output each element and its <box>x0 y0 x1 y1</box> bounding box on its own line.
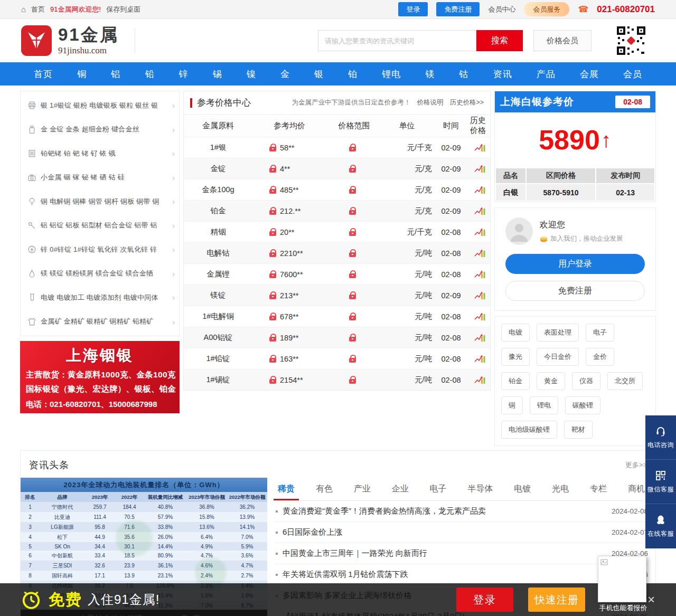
news-tab-电子[interactable]: 电子 <box>429 478 448 500</box>
history-chart-icon[interactable] <box>474 185 486 194</box>
nav-item-2[interactable]: 铝 <box>111 68 120 80</box>
save-desktop-link[interactable]: 保存到桌面 <box>106 5 140 14</box>
ad-banner[interactable]: 上海铟银 主营散货：黄金原料1000克、金条100克 国标银锭（豫光、宏达牌）、… <box>20 341 180 413</box>
nav-item-14[interactable]: 产品 <box>537 68 556 80</box>
news-tab-光电[interactable]: 光电 <box>551 478 570 500</box>
price-row[interactable]: 镁锭 213** 元/吨 02-09 <box>184 285 490 306</box>
price-row[interactable]: 电解钴 2210** 元/吨 02-08 <box>184 242 490 263</box>
news-item[interactable]: 黄金消费迎“黄金季”！消费者购金热情高涨，龙元素产品卖 2024-02-08 <box>275 501 648 522</box>
nav-item-11[interactable]: 镁 <box>425 68 435 80</box>
user-login-button[interactable]: 用户登录 <box>505 254 645 274</box>
price-row[interactable]: 金条100g 485** 元/克 02-09 <box>184 179 490 200</box>
tag-button[interactable]: 铜 <box>501 396 523 414</box>
history-chart-icon[interactable] <box>474 228 486 236</box>
nav-item-8[interactable]: 银 <box>314 68 324 80</box>
price-row[interactable]: 1#电解铜 678** 元/吨 02-08 <box>184 306 490 327</box>
tag-button[interactable]: 电镀 <box>501 324 530 342</box>
news-item[interactable]: 中国黄金上市三周年｜一路荣光 向新而行 2024-02-06 <box>275 543 648 564</box>
nav-item-13[interactable]: 资讯 <box>493 68 512 80</box>
history-chart-icon[interactable] <box>474 312 486 321</box>
tag-button[interactable]: 碳酸锂 <box>565 396 600 414</box>
price-row[interactable]: 铂金 212.** 元/克 02-09 <box>184 200 490 221</box>
history-chart-icon[interactable] <box>474 354 486 363</box>
price-row[interactable]: 1#锡锭 2154** 元/吨 02-08 <box>184 369 490 390</box>
price-row[interactable]: 1#铅锭 163** 元/吨 02-08 <box>184 348 490 369</box>
news-more-link[interactable]: 更多>> <box>625 460 647 470</box>
history-chart-icon[interactable] <box>474 333 486 342</box>
nav-item-10[interactable]: 锂电 <box>382 68 401 80</box>
service-微信客服[interactable]: 微信客服 <box>645 460 676 504</box>
history-chart-icon[interactable] <box>474 206 486 215</box>
nav-item-5[interactable]: 锡 <box>213 68 222 80</box>
news-item[interactable]: 年关将近供需双弱 1月钴价震荡下跌 2024-02-06 <box>275 564 648 585</box>
price-row[interactable]: A00铝锭 189** 元/吨 02-08 <box>184 327 490 348</box>
price-history-link[interactable]: 历史价格>> <box>449 98 484 107</box>
bar-quick-register-button[interactable]: 快速注册 <box>528 587 585 612</box>
user-register-button[interactable]: 免费注册 <box>505 281 645 301</box>
history-chart-icon[interactable] <box>474 249 486 258</box>
history-chart-icon[interactable] <box>474 291 486 300</box>
nav-item-1[interactable]: 铜 <box>77 68 87 80</box>
service-电话咨询[interactable]: 电话咨询 <box>645 415 676 460</box>
sidebar-item[interactable]: 镁 镁锭 镁粉镁屑 镁合金锭 镁合金牺 › <box>21 262 179 286</box>
sidebar-item[interactable]: 铂钯铑 铂 钯 铑 钌 铱 锇 › <box>21 141 179 166</box>
service-在线客服[interactable]: 在线客服 <box>645 504 676 548</box>
price-row[interactable]: 金属锂 7600** 元/吨 02-08 <box>184 263 490 285</box>
search-input[interactable] <box>318 30 476 51</box>
home-link[interactable]: 首页 <box>31 5 45 14</box>
news-tab-半导体[interactable]: 半导体 <box>466 478 494 500</box>
tag-button[interactable]: 靶材 <box>564 421 593 439</box>
sidebar-item[interactable]: 金 金锭 金条 超细金粉 键合金丝 › <box>21 118 179 142</box>
member-service-button[interactable]: 会员服务 <box>524 2 569 16</box>
sidebar-item[interactable]: 铝 铝锭 铝板 铝型材 铝合金锭 铝带 铝 › <box>21 214 179 238</box>
tag-button[interactable]: 今日金价 <box>537 348 579 366</box>
news-tab-稀贵[interactable]: 稀贵 <box>277 478 296 500</box>
news-item[interactable]: 6日国际金价上涨 2024-02-07 <box>275 522 648 543</box>
sidebar-item[interactable]: 小金属 铟 镓 铋 锗 硒 钴 硅 › <box>21 166 179 190</box>
login-button[interactable]: 登录 <box>398 2 428 16</box>
news-tab-专栏[interactable]: 专栏 <box>589 478 608 500</box>
register-button[interactable]: 免费注册 <box>436 2 480 16</box>
search-button[interactable]: 搜索 <box>476 30 523 51</box>
bar-login-button[interactable]: 登录 <box>456 587 513 612</box>
price-row[interactable]: 精铟 20** 元/千克 02-08 <box>184 221 490 242</box>
mobile-qr-box[interactable] <box>598 556 646 602</box>
sidebar-item[interactable]: 锌 0#锌锭 1#锌锭 氧化锌 次氧化锌 锌 › <box>21 238 179 262</box>
tag-button[interactable]: 表面处理 <box>537 324 579 342</box>
sidebar-item[interactable]: 金属矿 金精矿 银精矿 铜精矿 铅精矿 › <box>21 310 179 334</box>
history-chart-icon[interactable] <box>474 164 486 173</box>
sidebar-item[interactable]: 银 1#银锭 银粉 电镀银板 银粒 银丝 银 › <box>21 93 179 118</box>
news-tab-商机[interactable]: 商机 <box>627 478 646 500</box>
sidebar-item[interactable]: 铜 电解铜 铜棒 铜管 铜杆 铜板 铜带 铜 › <box>21 189 179 214</box>
nav-item-7[interactable]: 金 <box>280 68 290 80</box>
news-tab-产业[interactable]: 产业 <box>353 478 372 500</box>
nav-item-6[interactable]: 镍 <box>247 68 256 80</box>
nav-item-4[interactable]: 锌 <box>179 68 189 80</box>
nav-item-16[interactable]: 会员 <box>623 68 642 80</box>
nav-item-12[interactable]: 钴 <box>459 68 469 80</box>
price-row[interactable]: 金锭 4** 元/克 02-09 <box>184 158 490 179</box>
history-chart-icon[interactable] <box>474 143 486 152</box>
member-center-link[interactable]: 会员中心 <box>488 5 515 14</box>
tag-button[interactable]: 金价 <box>586 348 614 366</box>
tag-button[interactable]: 北交所 <box>607 372 643 390</box>
price-member-button[interactable]: 价格会员 <box>533 30 592 51</box>
tag-button[interactable]: 锂电 <box>530 396 558 414</box>
nav-item-15[interactable]: 会展 <box>580 68 599 80</box>
news-tab-有色[interactable]: 有色 <box>315 478 334 500</box>
tag-button[interactable]: 豫光 <box>501 348 530 366</box>
tag-button[interactable]: 仪器 <box>572 372 600 390</box>
nav-item-0[interactable]: 首页 <box>34 68 53 80</box>
history-chart-icon[interactable] <box>474 375 486 384</box>
tag-button[interactable]: 黄金 <box>537 372 565 390</box>
tag-button[interactable]: 铂金 <box>501 372 530 390</box>
history-chart-icon[interactable] <box>474 270 486 279</box>
news-tab-电镀[interactable]: 电镀 <box>513 478 532 500</box>
news-tab-企业[interactable]: 企业 <box>391 478 410 500</box>
price-row[interactable]: 1#银 58** 元/千克 02-09 <box>184 137 490 158</box>
sidebar-item[interactable]: 电镀 电镀加工 电镀添加剂 电镀中间体 › <box>21 286 179 310</box>
nav-item-9[interactable]: 铂 <box>348 68 358 80</box>
site-logo[interactable]: 91金属 91jinshu.com <box>21 25 119 56</box>
tag-button[interactable]: 电池级碳酸锂 <box>501 421 557 439</box>
tag-button[interactable]: 电子 <box>586 324 614 342</box>
